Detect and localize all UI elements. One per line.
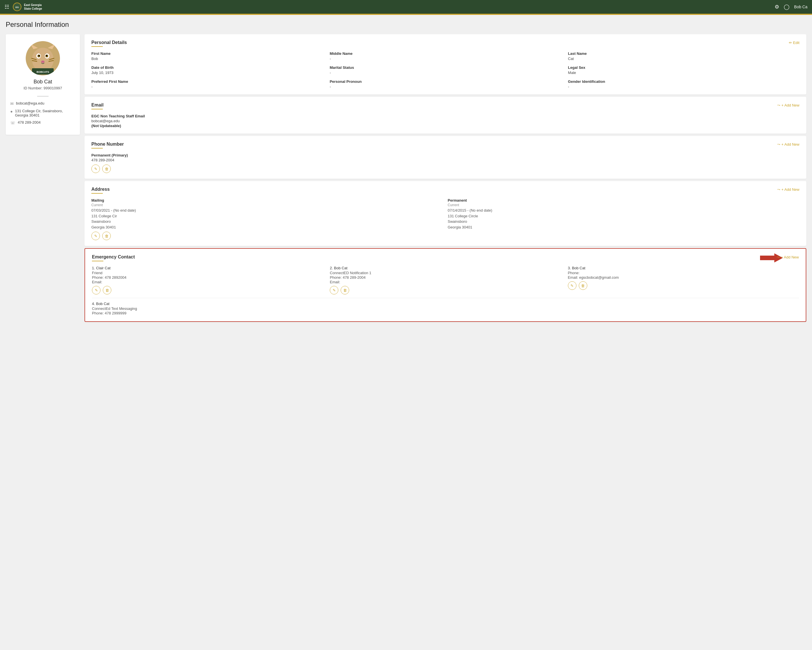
edit-contact-3-button[interactable]: ✎ <box>568 281 577 290</box>
college-logo-icon: EG <box>12 2 22 11</box>
svg-point-14 <box>41 61 44 63</box>
email-icon: ✉ <box>10 101 14 106</box>
phone-type: Permanent (Primary) <box>92 153 800 158</box>
emergency-section-header: Emergency Contact ⤳ + Add New <box>92 254 799 260</box>
emergency-contact-section: Emergency Contact ⤳ + Add New <box>84 248 806 322</box>
edit-contact-1-button[interactable]: ✎ <box>92 286 101 294</box>
edit-personal-details-button[interactable]: ✏ Edit <box>789 41 800 45</box>
delete-contact-3-button[interactable]: 🗑 <box>579 281 587 290</box>
legal-sex-field: Legal Sex Male <box>568 66 800 75</box>
phone-actions: ✎ 🗑 <box>92 165 800 173</box>
add-emergency-contact-button[interactable]: ⤳ + Add New <box>777 255 799 259</box>
preferred-name-field: Preferred First Name - <box>92 80 323 89</box>
user-sidebar: BOBCATS Bob Cat ID Number: 999010997 ✉ b… <box>6 34 80 135</box>
add-icon: ⤳ <box>777 255 780 259</box>
header-actions: ⚙ ◯ Bob Ca <box>775 4 807 10</box>
contact-3-actions: ✎ 🗑 <box>568 281 799 290</box>
sidebar-email-value: bobcat@ega.edu <box>16 101 44 106</box>
user-id: ID Number: 999010997 <box>23 86 62 90</box>
svg-point-13 <box>46 55 47 57</box>
emergency-contact-2: 2. Bob Cat ConnectED Notification 1 Phon… <box>330 266 561 294</box>
username-label[interactable]: Bob Ca <box>794 5 807 9</box>
email-type: EGC Non Teaching Staff Email <box>92 114 800 118</box>
edit-phone-button[interactable]: ✎ <box>92 165 100 173</box>
address-section-title: Address <box>92 187 110 192</box>
mailing-address-actions: ✎ 🗑 <box>92 232 443 240</box>
location-icon: ● <box>10 109 12 114</box>
address-section-header: Address ⤳ + Add New <box>92 187 800 192</box>
first-name-field: First Name Bob <box>92 51 323 61</box>
add-icon: ⤳ <box>777 103 780 107</box>
delete-contact-1-button[interactable]: 🗑 <box>103 286 111 294</box>
delete-contact-2-button[interactable]: 🗑 <box>340 286 349 294</box>
section-divider <box>92 148 103 148</box>
page-container: Personal Information <box>0 15 812 330</box>
add-icon: ⤳ <box>777 142 780 147</box>
add-address-button[interactable]: ⤳ + Add New <box>777 187 800 192</box>
marital-field: Marital Status - <box>330 66 561 75</box>
section-divider <box>92 109 103 109</box>
settings-icon[interactable]: ⚙ <box>775 4 779 10</box>
phone-number: 478 289-2004 <box>92 158 800 162</box>
add-email-button[interactable]: ⤳ + Add New <box>777 103 800 107</box>
address-grid: Mailing Current 07/03/2021 - (No end dat… <box>92 198 800 240</box>
emergency-contact-3: 3. Bob Cat Phone: Email: egscbobcat@gmai… <box>568 266 799 294</box>
app-header: ☷ EG East Georgia State College ⚙ ◯ Bob … <box>0 0 812 14</box>
add-phone-button[interactable]: ⤳ + Add New <box>777 142 800 147</box>
phone-section-title: Phone Number <box>92 142 124 147</box>
section-divider <box>92 193 103 194</box>
content-area: Personal Details ✏ Edit First Name Bob M… <box>84 34 806 324</box>
emergency-contacts-grid: 1. Clair Cat Friend Phone: 478 2892004 E… <box>92 266 799 294</box>
section-divider <box>92 261 103 261</box>
sidebar-email-item: ✉ bobcat@ega.edu <box>10 101 75 106</box>
phone-section: Phone Number ⤳ + Add New Permanent (Prim… <box>84 136 806 179</box>
email-section-header: Email ⤳ + Add New <box>92 102 800 108</box>
phone-icon: ☏ <box>10 121 15 125</box>
edit-mailing-button[interactable]: ✎ <box>92 232 100 240</box>
edit-contact-2-button[interactable]: ✎ <box>330 286 338 294</box>
middle-name-field: Middle Name - <box>330 51 561 61</box>
address-section: Address ⤳ + Add New Mailing Current 07/0… <box>84 181 806 246</box>
emergency-contact-1: 1. Clair Cat Friend Phone: 478 2892004 E… <box>92 266 323 294</box>
permanent-address: Permanent Current 07/14/2015 - (No end d… <box>448 198 800 240</box>
sidebar-address-item: ● 131 College Cir, Swainsboro, Georgia 3… <box>10 109 75 118</box>
user-name: Bob Cat <box>34 79 52 85</box>
last-name-field: Last Name Cat <box>568 51 800 61</box>
section-divider <box>92 46 103 47</box>
personal-details-title: Personal Details <box>92 40 127 45</box>
header-logo: EG East Georgia State College <box>12 2 42 11</box>
svg-point-12 <box>38 55 40 57</box>
phone-section-header: Phone Number ⤳ + Add New <box>92 142 800 147</box>
email-update-note: (Not Updateable) <box>92 124 800 128</box>
user-icon[interactable]: ◯ <box>784 4 789 10</box>
sidebar-phone-item: ☏ 478 289-2004 <box>10 120 75 125</box>
college-name: East Georgia State College <box>24 3 42 11</box>
pronoun-field: Personal Pronoun - <box>330 80 561 89</box>
main-layout: BOBCATS Bob Cat ID Number: 999010997 ✉ b… <box>6 34 806 324</box>
sidebar-divider <box>37 96 49 96</box>
contact-2-actions: ✎ 🗑 <box>330 286 561 294</box>
svg-text:EG: EG <box>15 6 19 9</box>
emergency-section-title: Emergency Contact <box>92 254 135 260</box>
sidebar-phone-value: 478 289-2004 <box>18 120 41 124</box>
mailing-address: Mailing Current 07/03/2021 - (No end dat… <box>92 198 443 240</box>
page-title: Personal Information <box>6 21 806 29</box>
email-address: bobcat@ega.edu <box>92 119 800 123</box>
add-icon: ⤳ <box>777 187 780 192</box>
sidebar-address-value: 131 College Cir, Swainsboro, Georgia 304… <box>15 109 75 118</box>
dob-field: Date of Birth July 10, 1973 <box>92 66 323 75</box>
email-section: Email ⤳ + Add New EGC Non Teaching Staff… <box>84 97 806 134</box>
edit-icon: ✏ <box>789 41 792 45</box>
svg-text:BOBCATS: BOBCATS <box>37 70 49 73</box>
gender-field: Gender Identification - <box>568 80 800 89</box>
avatar: BOBCATS <box>26 41 60 75</box>
personal-details-section: Personal Details ✏ Edit First Name Bob M… <box>84 34 806 95</box>
avatar-image: BOBCATS <box>26 41 60 75</box>
email-section-title: Email <box>92 102 104 108</box>
grid-menu-icon[interactable]: ☷ <box>5 4 9 10</box>
emergency-contact-4: 4. Bob Cat ConnectEd Text Messaging Phon… <box>92 298 799 315</box>
personal-details-grid: First Name Bob Middle Name - Last Name C… <box>92 51 800 89</box>
personal-details-header: Personal Details ✏ Edit <box>92 40 800 45</box>
delete-mailing-button[interactable]: 🗑 <box>102 232 111 240</box>
delete-phone-button[interactable]: 🗑 <box>102 165 111 173</box>
